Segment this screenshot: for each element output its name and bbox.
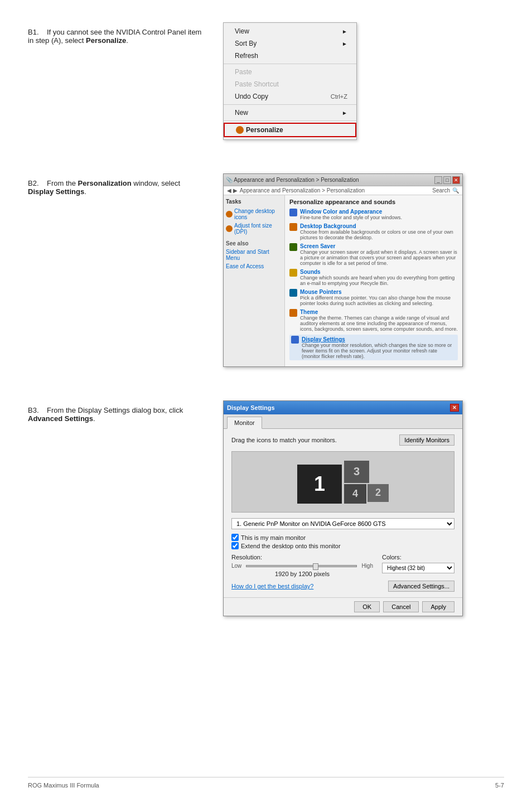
minimize-button[interactable]: _ [434, 176, 442, 184]
address-bar: ◀ ▶ Appearance and Personalization > Per… [224, 186, 462, 195]
desktop-bg-icon [289, 223, 297, 231]
persona-item-mouse[interactable]: Mouse Pointers Pick a different mouse po… [289, 289, 458, 306]
menu-item-view[interactable]: View ► [224, 25, 356, 37]
maximize-button[interactable]: □ [443, 176, 451, 184]
resolution-value: 1920 by 1200 pixels [231, 571, 373, 577]
menu-item-sortby[interactable]: Sort By ► [224, 37, 356, 50]
checkbox-main-monitor[interactable]: This is my main monitor [231, 534, 454, 541]
page-footer: ROG Maximus III Formula 5-7 [28, 777, 504, 789]
extend-desktop-checkbox[interactable] [231, 542, 239, 549]
section-b2: B2. From the Personalization window, sel… [28, 173, 504, 367]
sidebar-item-sidebar-menu[interactable]: Sidebar and Start Menu [226, 248, 282, 262]
b2-label: B2. From the Personalization window, sel… [28, 179, 206, 196]
cancel-button[interactable]: Cancel [383, 601, 419, 612]
checkbox-extend-desktop[interactable]: Extend the desktop onto this monitor [231, 542, 454, 549]
display-settings-dialog: Display Settings ✕ Monitor Drag the icon… [223, 400, 463, 616]
ds-titlebar: Display Settings ✕ [224, 401, 462, 414]
b1-label: B1. If you cannot see the NVIDIA Control… [28, 28, 206, 45]
window-body: Tasks Change desktop icons Adjust font s… [224, 195, 462, 366]
sidebar-item-ease-of-access[interactable]: Ease of Access [226, 262, 282, 270]
apply-button[interactable]: Apply [422, 601, 454, 612]
resolution-slider[interactable] [246, 565, 357, 567]
slider-thumb[interactable] [313, 563, 318, 570]
ds-checkboxes: This is my main monitor Extend the deskt… [231, 534, 454, 549]
ds-titlebar-buttons: ✕ [450, 404, 459, 412]
persona-main: Personalize appearance and sounds Window… [285, 195, 462, 366]
footer-right: 5-7 [495, 782, 504, 789]
b3-label: B3. From the Display Settings dialog box… [28, 406, 206, 423]
sidebar-item-icon [226, 225, 233, 232]
sidebar-see-also-label: See also [226, 240, 282, 247]
monitor-dropdown[interactable]: 1. Generic PnP Monitor on NVIDIA GeForce… [231, 518, 454, 529]
advanced-settings-button[interactable]: Advanced Settings... [388, 581, 454, 592]
section-b1: B1. If you cannot see the NVIDIA Control… [28, 22, 504, 140]
ds-bottom-row: How do I get the best display? Advanced … [231, 581, 454, 592]
section-b3-text: B3. From the Display Settings dialog box… [28, 400, 206, 426]
persona-item-theme[interactable]: Theme Change the theme. Themes can chang… [289, 309, 458, 332]
menu-item-refresh[interactable]: Refresh [224, 50, 356, 62]
sidebar-item-font-size[interactable]: Adjust font size (DPI) [226, 221, 282, 236]
menu-item-new[interactable]: New ► [224, 107, 356, 119]
window-titlebar: 📎 Appearance and Personalization > Perso… [224, 174, 462, 186]
sidebar-item-icon [226, 211, 233, 218]
ds-monitors-area: 1 3 4 2 [231, 451, 454, 513]
arrow-icon: ► [342, 41, 347, 47]
menu-item-personalize[interactable]: Personalize [224, 123, 356, 137]
window-color-icon [289, 209, 297, 216]
resolution-high-label: High [361, 563, 373, 569]
screen-saver-icon [289, 243, 297, 251]
monitor-2[interactable]: 2 [367, 484, 389, 502]
colors-label: Colors: [382, 554, 454, 561]
persona-item-screen-saver[interactable]: Screen Saver Change your screen saver or… [289, 243, 458, 266]
sidebar-item-change-desktop[interactable]: Change desktop icons [226, 207, 282, 221]
separator [224, 120, 356, 121]
tab-monitor[interactable]: Monitor [227, 417, 262, 429]
monitor-4[interactable]: 4 [344, 484, 366, 504]
ok-button[interactable]: OK [354, 601, 380, 612]
section-b3: B3. From the Display Settings dialog box… [28, 400, 504, 616]
section-b3-image: Display Settings ✕ Monitor Drag the icon… [223, 400, 504, 616]
ds-title: Display Settings [227, 404, 275, 411]
ds-colors-section: Colors: Highest (32 bit) [382, 554, 454, 573]
best-display-link[interactable]: How do I get the best display? [231, 583, 313, 590]
persona-item-display[interactable]: Display Settings Change your monitor res… [289, 335, 458, 360]
monitor-1[interactable]: 1 [297, 465, 342, 504]
resolution-label: Resolution: [231, 554, 373, 561]
menu-item-undo-copy[interactable]: Undo Copy Ctrl+Z [224, 90, 356, 103]
theme-icon [289, 309, 297, 317]
colors-dropdown[interactable]: Highest (32 bit) [382, 563, 454, 573]
identify-monitors-button[interactable]: Identify Monitors [399, 434, 454, 446]
section-b1-image: View ► Sort By ► Refresh Paste [223, 22, 504, 140]
monitor-select-row: 1. Generic PnP Monitor on NVIDIA GeForce… [231, 518, 454, 529]
display-settings-icon [291, 336, 299, 344]
sounds-icon [289, 269, 297, 277]
footer-left: ROG Maximus III Formula [28, 782, 99, 789]
persona-item-sounds[interactable]: Sounds Change which sounds are heard whe… [289, 269, 458, 286]
ds-instruction-row: Drag the icons to match your monitors. I… [231, 434, 454, 446]
personalize-icon [236, 126, 244, 134]
separator [224, 104, 356, 105]
mouse-icon [289, 289, 297, 297]
separator [224, 64, 356, 64]
section-b2-image: 📎 Appearance and Personalization > Perso… [223, 173, 504, 367]
persona-item-window-color[interactable]: Window Color and Appearance Fine-tune th… [289, 209, 458, 220]
ds-resolution-section: Resolution: Low High 1920 by 1200 pixels [231, 554, 373, 577]
ds-buttons-row: OK Cancel Apply [224, 597, 462, 616]
context-menu: View ► Sort By ► Refresh Paste [223, 22, 357, 140]
persona-main-title: Personalize appearance and sounds [289, 199, 458, 205]
section-b2-text: B2. From the Personalization window, sel… [28, 173, 206, 199]
persona-item-desktop-bg[interactable]: Desktop Background Choose from available… [289, 223, 458, 240]
ds-tabs: Monitor [224, 414, 462, 429]
monitors-group: 1 3 4 2 [297, 461, 389, 504]
section-b1-text: B1. If you cannot see the NVIDIA Control… [28, 22, 206, 48]
arrow-icon: ► [342, 110, 347, 116]
personalization-window: 📎 Appearance and Personalization > Perso… [223, 173, 463, 367]
menu-item-paste-shortcut[interactable]: Paste Shortcut [224, 78, 356, 90]
ds-resolution-colors: Resolution: Low High 1920 by 1200 pixels [231, 554, 454, 577]
close-button[interactable]: ✕ [452, 176, 460, 184]
menu-item-paste[interactable]: Paste [224, 66, 356, 78]
monitor-3[interactable]: 3 [344, 461, 369, 483]
ds-close-button[interactable]: ✕ [450, 404, 459, 412]
main-monitor-checkbox[interactable] [231, 534, 239, 541]
resolution-low-label: Low [231, 563, 241, 569]
